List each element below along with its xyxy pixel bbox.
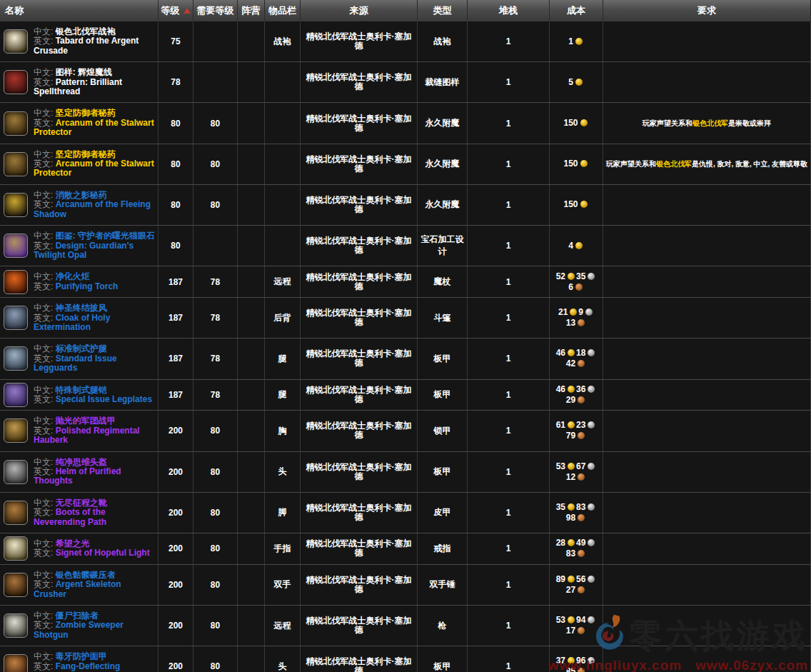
mace-icon[interactable] [4, 573, 28, 597]
item-name-cn[interactable]: 图鉴: 守护者的曙光猫眼石 [56, 231, 155, 241]
col-header-type[interactable]: 类型 [418, 0, 468, 21]
required-level-cell: 78 [193, 338, 238, 378]
source-npc-link[interactable]: 精锐北伐军战士奥利卡·塞加德 [302, 273, 415, 291]
slot-cell [265, 185, 301, 225]
item-name-cn[interactable]: 神圣终结披风 [56, 303, 107, 313]
faction-reputation-link[interactable]: 银色北伐军 [656, 160, 692, 168]
item-name-cn[interactable]: 坚定防御者秘药 [56, 149, 116, 159]
cost-line-2: 29 [566, 395, 586, 406]
gold-coin-icon [568, 539, 575, 546]
item-name-cn[interactable]: 消散之影秘药 [56, 190, 107, 200]
tabard-icon[interactable] [4, 29, 28, 54]
col-header-requirement[interactable]: 要求 [603, 0, 811, 21]
legguards-icon[interactable] [4, 346, 28, 371]
source-npc-link[interactable]: 精锐北伐军战士奥利卡·塞加德 [302, 73, 415, 91]
item-names: 中文: 神圣终结披风英文: Cloak of Holy Exterminatio… [34, 299, 155, 336]
name-cell: 中文: 银色骷髅碾压者英文: Argent Skeleton Crusher [0, 565, 158, 605]
faction-reputation-link[interactable]: 银色北伐军 [692, 119, 728, 127]
source-cell: 精锐北伐军战士奥利卡·塞加德 [301, 411, 418, 451]
source-npc-link[interactable]: 精锐北伐军战士奥利卡·塞加德 [302, 155, 415, 174]
item-name-cn[interactable]: 坚定防御者秘药 [56, 108, 116, 118]
stack-cell: 1 [468, 103, 550, 143]
cn-label: 中文: [34, 26, 56, 36]
required-level-cell: 80 [193, 646, 238, 672]
item-name-cn[interactable]: 银色北伐军战袍 [56, 26, 116, 36]
stack-cell: 1 [468, 380, 550, 411]
cloak-icon[interactable] [4, 306, 28, 330]
item-name-cn[interactable]: 净化火炬 [56, 271, 90, 281]
source-npc-link[interactable]: 精锐北伐军战士奥利卡·塞加德 [302, 349, 415, 368]
requirement-text: 玩家声望关系和银色北伐军是崇敬或崇拜 [643, 119, 771, 128]
col-header-stack[interactable]: 堆栈 [468, 0, 550, 21]
requirement-cell [603, 565, 811, 605]
source-npc-link[interactable]: 精锐北伐军战士奥利卡·塞加德 [302, 32, 415, 51]
col-header-level[interactable]: 等级 [158, 0, 193, 21]
shotgun-icon[interactable] [4, 613, 28, 638]
stack-cell: 1 [468, 266, 550, 297]
table-row: 中文: 纯净思维头盔英文: Helm of Purified Thoughts2… [0, 452, 811, 493]
item-name-cn[interactable]: 无尽征程之靴 [56, 498, 107, 508]
legplates-icon[interactable] [4, 383, 28, 407]
ring-icon[interactable] [4, 536, 28, 561]
name-cell: 中文: 特殊制式腿铠英文: Special Issue Legplates [0, 380, 158, 411]
faceguard-icon[interactable] [4, 654, 28, 672]
item-name-cn[interactable]: 僵尸扫除者 [56, 611, 99, 621]
pattern-icon[interactable] [4, 70, 28, 94]
gold-coin-icon [575, 79, 583, 86]
source-npc-link[interactable]: 精锐北伐军战士奥利卡·塞加德 [302, 309, 415, 327]
col-header-slot[interactable]: 物品栏 [265, 0, 301, 21]
design-icon[interactable] [4, 234, 28, 258]
cost-cell: 895627 [550, 565, 603, 605]
source-npc-link[interactable]: 精锐北伐军战士奥利卡·塞加德 [302, 421, 415, 440]
col-header-name[interactable]: 名称 [0, 0, 158, 21]
col-header-label: 阵营 [242, 4, 261, 17]
source-npc-link[interactable]: 精锐北伐军战士奥利卡·塞加德 [302, 236, 415, 255]
col-header-source[interactable]: 来源 [301, 0, 418, 21]
item-name-en[interactable]: Signet of Hopeful Light [56, 548, 150, 558]
required-level-cell: 80 [193, 144, 238, 184]
boots-icon[interactable] [4, 501, 28, 525]
helm-icon[interactable] [4, 460, 28, 484]
arcanum-icon[interactable] [4, 111, 28, 136]
col-header-label: 物品栏 [268, 4, 296, 17]
required-level-cell: 80 [193, 411, 238, 451]
item-name-cn[interactable]: 标准制式护腿 [56, 343, 107, 353]
source-npc-link[interactable]: 精锐北伐军战士奥利卡·塞加德 [302, 539, 415, 558]
item-name-cn[interactable]: 图样: 辉煌魔线 [56, 67, 112, 77]
table-row: 中文: 坚定防御者秘药英文: Arcanum of the Stalwart P… [0, 103, 811, 144]
level-cell: 200 [158, 533, 193, 564]
item-table: 名称等级需要等级阵营物品栏来源类型堆栈成本要求 中文: 银色北伐军战袍英文: T… [0, 0, 811, 672]
source-npc-link[interactable]: 精锐北伐军战士奥利卡·塞加德 [302, 114, 415, 133]
item-name-cn[interactable]: 毒牙防护面甲 [56, 651, 107, 661]
source-npc-link[interactable]: 精锐北伐军战士奥利卡·塞加德 [302, 386, 415, 404]
col-header-cost[interactable]: 成本 [550, 0, 603, 21]
hauberk-icon[interactable] [4, 418, 28, 443]
slot-cell: 头 [265, 646, 301, 672]
arcanum-icon[interactable] [4, 152, 28, 176]
source-npc-link[interactable]: 精锐北伐军战士奥利卡·塞加德 [302, 503, 415, 522]
col-header-faction[interactable]: 阵营 [238, 0, 265, 21]
item-name-cn[interactable]: 抛光的军团战甲 [56, 416, 116, 426]
source-npc-link[interactable]: 精锐北伐军战士奥利卡·塞加德 [302, 616, 415, 635]
cost-cell: 284983 [550, 533, 603, 564]
faction-cell [238, 338, 265, 378]
shadow-arcanum-icon[interactable] [4, 193, 28, 217]
item-name-en[interactable]: Special Issue Legplates [56, 394, 152, 404]
en-label: 英文: [34, 159, 56, 169]
item-name-cn[interactable]: 银色骷髅碾压者 [56, 570, 116, 580]
col-header-req-level[interactable]: 需要等级 [193, 0, 238, 21]
cn-label: 中文: [34, 385, 56, 395]
item-name-cn[interactable]: 希望之光 [56, 538, 90, 548]
source-npc-link[interactable]: 精锐北伐军战士奥利卡·塞加德 [302, 196, 415, 214]
source-npc-link[interactable]: 精锐北伐军战士奥利卡·塞加德 [302, 657, 415, 672]
faction-cell [238, 185, 265, 225]
source-npc-link[interactable]: 精锐北伐军战士奥利卡·塞加德 [302, 463, 415, 481]
item-name-cn[interactable]: 纯净思维头盔 [56, 457, 107, 467]
item-name-cn[interactable]: 特殊制式腿铠 [56, 385, 107, 395]
required-level-cell [193, 21, 238, 61]
torch-icon[interactable] [4, 270, 28, 294]
level-cell: 80 [158, 144, 193, 184]
faction-cell [238, 606, 265, 646]
source-npc-link[interactable]: 精锐北伐军战士奥利卡·塞加德 [302, 576, 415, 594]
item-name-en[interactable]: Purifying Torch [56, 281, 119, 291]
